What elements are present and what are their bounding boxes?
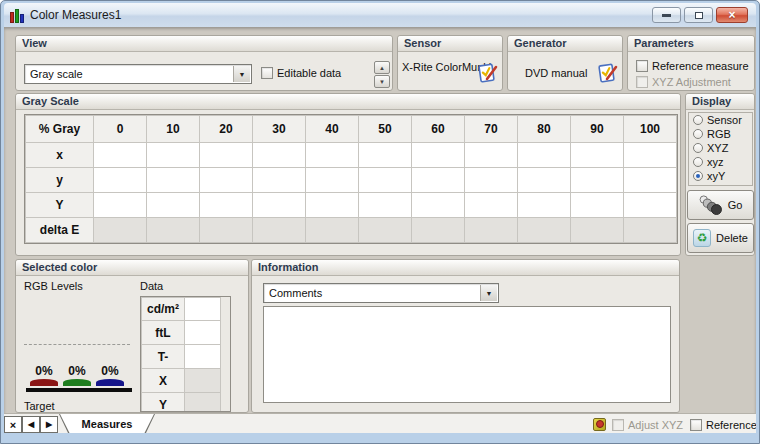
grayscale-body: xyYdelta E [26, 143, 677, 243]
grayscale-cell [465, 193, 518, 218]
grayscale-column-header: 90 [571, 116, 624, 143]
grayscale-cell [94, 218, 147, 243]
radio-icon[interactable] [693, 171, 703, 181]
radio-label: xyz [707, 156, 724, 168]
go-button[interactable]: Go [687, 190, 754, 220]
view-spinner[interactable]: ▲ ▼ [374, 61, 390, 89]
grayscale-cell [571, 168, 624, 193]
display-option-xyz[interactable]: XYZ [689, 141, 752, 155]
information-group: Information Comments ▼ [251, 259, 680, 413]
grayscale-cell [147, 218, 200, 243]
adjust-xyz-checkbox [612, 419, 624, 431]
grayscale-group: Gray Scale % Gray0102030405060708090100 … [15, 93, 681, 256]
window-frame-bottom [1, 433, 759, 443]
grayscale-column-header: 30 [253, 116, 306, 143]
minimize-button[interactable] [652, 7, 681, 23]
grayscale-cell [94, 193, 147, 218]
display-option-xyy[interactable]: xyY [689, 169, 752, 183]
measures-tab-label: Measures [82, 418, 133, 430]
sensor-config-icon[interactable] [476, 62, 498, 84]
delete-button[interactable]: ♻ Delete [687, 223, 754, 253]
reference-label: Reference [706, 419, 757, 431]
colorimeter-status-icon [593, 418, 606, 431]
view-dropdown-value: Gray scale [30, 68, 83, 80]
radio-icon[interactable] [693, 143, 703, 153]
color-data-row-label: cd/m² [141, 297, 185, 321]
display-group: Display SensorRGBXYZxyzxyY Go ♻ Delete [685, 93, 755, 256]
close-measure-icon: × [10, 419, 16, 431]
close-measure-button[interactable]: × [4, 416, 22, 433]
color-data-row: ftL [141, 321, 230, 345]
target-reference-line [24, 344, 130, 345]
color-data-row: T- [141, 345, 230, 369]
grayscale-cell [253, 143, 306, 168]
chevron-down-icon: ▼ [233, 66, 250, 82]
grayscale-cell [518, 168, 571, 193]
color-data-row-value [185, 369, 221, 393]
rgb-bar-percent: 0% [29, 364, 59, 378]
view-group-header: View [16, 36, 392, 52]
close-button[interactable]: × [716, 7, 748, 23]
grayscale-cell [200, 143, 253, 168]
rgb-bar-mound [30, 379, 58, 386]
client-area: View Gray scale ▼ Editable data ▲ ▼ Sens… [4, 27, 756, 433]
app-bar-chart-icon [9, 8, 25, 24]
grayscale-cell [624, 193, 677, 218]
editable-data-checkbox[interactable] [261, 67, 273, 79]
data-label: Data [140, 280, 163, 292]
color-data-row: Y [141, 393, 230, 412]
restore-button[interactable] [684, 7, 713, 23]
color-data-row-label: X [141, 369, 185, 393]
grayscale-cell [200, 218, 253, 243]
radio-icon[interactable] [693, 157, 703, 167]
rgb-bar-percent: 0% [62, 364, 92, 378]
display-option-sensor[interactable]: Sensor [689, 113, 752, 127]
grayscale-column-header: 10 [147, 116, 200, 143]
grayscale-cell [253, 168, 306, 193]
next-tab-button[interactable]: ▶ [40, 416, 58, 433]
grayscale-cell [200, 168, 253, 193]
grayscale-cell [253, 193, 306, 218]
grayscale-column-header: 60 [412, 116, 465, 143]
spinner-down-icon[interactable]: ▼ [374, 75, 390, 88]
parameters-group: Parameters Reference measure XYZ Adjustm… [627, 35, 755, 91]
editable-data-label: Editable data [277, 67, 341, 79]
measures-tab[interactable]: Measures [59, 414, 155, 435]
grayscale-cell [412, 143, 465, 168]
color-data-row-value [185, 345, 221, 369]
grayscale-cell [412, 193, 465, 218]
color-data-row: X [141, 369, 230, 393]
rgb-bar: 0% [29, 364, 59, 386]
grayscale-group-header: Gray Scale [16, 94, 680, 110]
display-option-xyz[interactable]: xyz [689, 155, 752, 169]
delete-button-label: Delete [716, 232, 748, 244]
radio-icon[interactable] [693, 115, 703, 125]
grayscale-cell [306, 218, 359, 243]
comments-dropdown[interactable]: Comments ▼ [263, 283, 499, 303]
grayscale-cell [147, 193, 200, 218]
display-group-header: Display [686, 94, 754, 110]
reference-measure-checkbox[interactable] [636, 60, 648, 72]
view-dropdown[interactable]: Gray scale ▼ [24, 64, 252, 84]
generator-group-header: Generator [508, 36, 622, 52]
grayscale-column-header: 40 [306, 116, 359, 143]
grayscale-cell [253, 218, 306, 243]
generator-config-icon[interactable] [596, 62, 618, 84]
grayscale-cell [624, 168, 677, 193]
grayscale-column-header: 70 [465, 116, 518, 143]
prev-tab-button[interactable]: ◀ [22, 416, 40, 433]
grayscale-cell [359, 218, 412, 243]
grayscale-cell [465, 143, 518, 168]
display-option-rgb[interactable]: RGB [689, 127, 752, 141]
view-group: View Gray scale ▼ Editable data ▲ ▼ [15, 35, 393, 91]
color-data-table: cd/m²ftLT-XY [140, 296, 231, 412]
display-radio-group: SensorRGBXYZxyzxyY [688, 112, 753, 186]
reference-measure-label: Reference measure [652, 60, 749, 72]
title-bar[interactable]: Color Measures1 × [4, 3, 756, 27]
reference-checkbox[interactable] [690, 419, 702, 431]
rgb-levels-label: RGB Levels [24, 280, 83, 292]
spinner-up-icon[interactable]: ▲ [374, 61, 390, 74]
radio-icon[interactable] [693, 129, 703, 139]
rgb-bar: 0% [95, 364, 125, 386]
comments-textarea[interactable] [263, 306, 671, 403]
